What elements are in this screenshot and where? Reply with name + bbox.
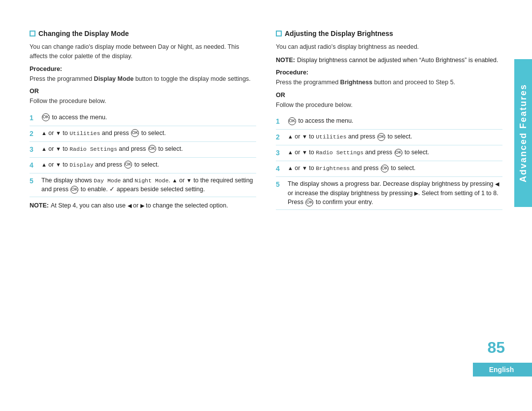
right-procedure-text: Press the programmed Brightness button a…: [276, 78, 502, 87]
arrow-down-icon: ▼: [56, 130, 61, 136]
left-section-heading: Changing the Display Mode: [30, 30, 256, 37]
right-section-heading: Adjusting the Display Brightness: [276, 30, 502, 37]
left-procedure-text: Press the programmed Display Mode button…: [30, 74, 256, 84]
step-content: OK to access the menu.: [288, 116, 502, 126]
step-content: ▲ or ▼ to Display and press OK to select…: [41, 160, 256, 170]
step-content: ▲ or ▼ to Utilities and press OK to sele…: [288, 132, 502, 141]
left-step-5: 5 The display shows Day Mode and Night M…: [30, 173, 256, 198]
page-number: 85: [487, 339, 505, 357]
ok-icon: OK: [305, 199, 313, 206]
left-step-2: 2 ▲ or ▼ to Utilities and press OK to se…: [30, 126, 256, 142]
right-procedure-label: Procedure:: [276, 69, 502, 76]
left-step-3: 3 ▲ or ▼ to Radio Settings and press OK …: [30, 142, 256, 158]
ok-icon: OK: [124, 161, 132, 169]
step-content: ▲ or ▼ to Utilities and press OK to sele…: [41, 129, 256, 138]
right-intro: You can adjust radio's display brightnes…: [276, 42, 502, 52]
right-step-2: 2 ▲ or ▼ to Utilities and press OK to se…: [276, 130, 502, 145]
left-follow-text: Follow the procedure below.: [30, 97, 256, 106]
sidebar-label: Advanced Features: [514, 59, 532, 207]
step-content: ▲ or ▼ to Brightness and press OK to sel…: [288, 164, 502, 173]
right-step-4: 4 ▲ or ▼ to Brightness and press OK to s…: [276, 161, 502, 177]
ok-icon: OK: [288, 117, 296, 125]
page-container: Advanced Features 85 English Changing th…: [0, 0, 532, 411]
right-step-3: 3 ▲ or ▼ to Radio Settings and press OK …: [276, 145, 502, 161]
left-column: Changing the Display Mode You can change…: [30, 30, 256, 210]
content-columns: Changing the Display Mode You can change…: [30, 20, 502, 210]
right-follow-text: Follow the procedure below.: [276, 101, 502, 110]
step-number: 3: [30, 144, 37, 155]
step-number: 5: [30, 176, 37, 186]
section-icon-right: [276, 31, 282, 36]
step-content: The display shows a progress bar. Decrea…: [288, 179, 502, 207]
ok-icon: OK: [148, 145, 156, 153]
note-text: At Step 4, you can also use ◀ or ▶ to ch…: [51, 201, 228, 210]
english-badge: English: [473, 363, 532, 377]
step-number: 4: [276, 164, 284, 174]
step-number: 2: [276, 132, 284, 142]
left-heading-text: Changing the Display Mode: [38, 30, 129, 37]
arrow-up-icon: ▲: [41, 162, 47, 168]
right-top-note: NOTE: Display brightness cannot be adjus…: [276, 56, 502, 65]
right-column: Adjusting the Display Brightness You can…: [276, 30, 502, 210]
left-intro: You can change radio's display mode betw…: [30, 42, 256, 62]
ok-icon: OK: [377, 133, 385, 141]
step-number: 2: [30, 129, 37, 139]
arrow-left-icon: ◀: [128, 203, 132, 208]
ok-icon: OK: [42, 113, 50, 121]
step-number: 1: [276, 116, 284, 127]
step-content: ▲ or ▼ to Radio Settings and press OK to…: [288, 148, 502, 157]
left-procedure-label: Procedure:: [30, 66, 256, 72]
ok-icon: OK: [395, 149, 402, 157]
left-note: NOTE: At Step 4, you can also use ◀ or ▶…: [30, 201, 256, 210]
right-step-1: 1 OK to access the menu.: [276, 114, 502, 130]
arrow-down-icon: ▼: [56, 146, 61, 152]
step-number: 4: [30, 160, 37, 171]
right-heading-text: Adjusting the Display Brightness: [285, 30, 393, 37]
arrow-down-icon: ▼: [56, 162, 61, 168]
left-step-4: 4 ▲ or ▼ to Display and press OK to sele…: [30, 158, 256, 173]
arrow-up-icon: ▲: [41, 130, 47, 136]
step-content: OK to access the menu.: [41, 113, 256, 122]
step-number: 1: [30, 113, 37, 123]
left-step-1: 1 OK to access the menu.: [30, 110, 256, 126]
step-content: The display shows Day Mode and Night Mod…: [41, 176, 256, 195]
right-or-label: OR: [276, 92, 502, 99]
step-number: 5: [276, 179, 284, 190]
note-label: NOTE:: [30, 201, 49, 210]
right-step-5: 5 The display shows a progress bar. Decr…: [276, 177, 502, 210]
left-steps-list: 1 OK to access the menu. 2 ▲ or ▼ to Uti…: [30, 110, 256, 198]
ok-icon: OK: [70, 186, 78, 194]
ok-icon: OK: [131, 129, 139, 137]
arrow-right-icon: ▶: [140, 203, 144, 208]
section-icon-left: [30, 31, 35, 36]
left-or-label: OR: [30, 88, 256, 95]
note-text: Display brightness cannot be adjusted wh…: [297, 56, 499, 65]
step-content: ▲ or ▼ to Radio Settings and press OK to…: [41, 144, 256, 154]
arrow-up-icon: ▲: [41, 146, 47, 152]
ok-icon: OK: [381, 165, 389, 172]
right-steps-list: 1 OK to access the menu. 2 ▲ or ▼ to Uti…: [276, 114, 502, 210]
note-label: NOTE:: [276, 56, 295, 65]
step-number: 3: [276, 148, 284, 158]
